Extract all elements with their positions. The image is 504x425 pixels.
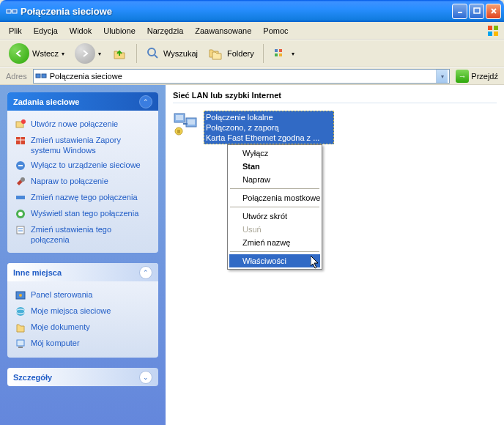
- address-icon: [35, 70, 47, 82]
- connection-icon: [173, 111, 199, 137]
- back-button[interactable]: Wstecz ▾: [4, 40, 69, 67]
- ctx-separator: [230, 188, 319, 189]
- forward-icon: [75, 43, 95, 64]
- task-disable-device[interactable]: Wyłącz to urządzenie sieciowe: [15, 158, 151, 174]
- connection-status: Połączono, z zaporą: [206, 122, 323, 133]
- folders-button[interactable]: Foldery: [204, 43, 259, 64]
- place-my-computer[interactable]: Mój komputer: [15, 336, 151, 352]
- close-button[interactable]: [486, 4, 501, 19]
- svg-rect-25: [18, 165, 23, 166]
- svg-rect-16: [279, 53, 282, 56]
- svg-rect-38: [17, 340, 24, 346]
- collapse-icon[interactable]: ⌃: [139, 266, 152, 279]
- svg-rect-0: [7, 10, 11, 13]
- details-panel-title: Szczegóły: [13, 373, 139, 382]
- ctx-rename[interactable]: Zmień nazwę: [229, 236, 320, 249]
- ctx-status[interactable]: Stan: [229, 160, 320, 173]
- ctx-bridge[interactable]: Połączenia mostkowe: [229, 191, 320, 204]
- place-network-places[interactable]: Moje miejsca sieciowe: [15, 303, 151, 319]
- connection-item[interactable]: Połączenie lokalne Połączono, z zaporą K…: [173, 111, 334, 144]
- address-value: Połączenia sieciowe: [50, 72, 434, 81]
- address-dropdown[interactable]: ▾: [436, 70, 448, 83]
- ctx-shortcut[interactable]: Utwórz skrót: [229, 210, 320, 223]
- svg-rect-18: [42, 74, 46, 78]
- ctx-properties[interactable]: Właściwości: [229, 254, 320, 267]
- sidebar: Zadania sieciowe ⌃ Utwórz nowe połączeni…: [0, 85, 166, 425]
- window-title: Połączenia sieciowe: [21, 6, 452, 17]
- folders-label: Foldery: [227, 49, 254, 58]
- documents-icon: [15, 322, 26, 333]
- connection-name: Połączenie lokalne: [206, 112, 323, 122]
- ctx-separator: [230, 251, 319, 252]
- task-repair[interactable]: Napraw to połączenie: [15, 174, 151, 190]
- svg-rect-46: [177, 130, 180, 133]
- ctx-separator: [230, 207, 319, 207]
- svg-point-35: [19, 294, 22, 297]
- expand-icon[interactable]: ⌄: [139, 371, 152, 384]
- go-label: Przejdź: [471, 72, 498, 81]
- status-icon: [15, 208, 26, 220]
- menu-file[interactable]: Plik: [3, 24, 28, 37]
- title-bar: Połączenia sieciowe: [0, 0, 504, 22]
- task-rename[interactable]: Zmień nazwę tego połączenia: [15, 190, 151, 206]
- folder-up-icon: [111, 45, 127, 62]
- svg-rect-43: [188, 119, 195, 125]
- places-panel-header[interactable]: Inne miejsca ⌃: [7, 263, 158, 281]
- svg-rect-28: [21, 196, 25, 199]
- go-button[interactable]: → Przejdź: [453, 68, 501, 84]
- place-control-panel[interactable]: Panel sterowania: [15, 287, 151, 303]
- svg-rect-14: [279, 49, 282, 52]
- svg-point-36: [16, 307, 25, 316]
- repair-icon: [15, 176, 26, 188]
- menu-tools[interactable]: Narzędzia: [141, 24, 190, 37]
- task-create-connection[interactable]: Utwórz nowe połączenie: [15, 117, 151, 133]
- minimize-button[interactable]: [452, 4, 467, 19]
- task-change-settings[interactable]: Zmień ustawienia tego połączenia: [15, 222, 151, 247]
- svg-rect-41: [176, 115, 183, 120]
- views-dropdown-icon: ▾: [292, 51, 294, 57]
- menu-help[interactable]: Pomoc: [257, 24, 294, 37]
- up-button[interactable]: [107, 42, 132, 64]
- search-label: Wyszukaj: [163, 49, 198, 58]
- menu-edit[interactable]: Edycja: [28, 24, 64, 37]
- ctx-disable[interactable]: Wyłącz: [229, 147, 320, 160]
- place-my-documents[interactable]: Moje dokumenty: [15, 319, 151, 336]
- svg-point-20: [21, 119, 26, 124]
- svg-rect-39: [18, 347, 23, 348]
- ctx-delete: Usuń: [229, 223, 320, 236]
- tasks-panel: Zadania sieciowe ⌃ Utwórz nowe połączeni…: [7, 92, 158, 253]
- context-menu: Wyłącz Stan Napraw Połączenia mostkowe U…: [227, 144, 322, 270]
- tasks-panel-title: Zadania sieciowe: [13, 97, 139, 106]
- ctx-repair[interactable]: Napraw: [229, 173, 320, 186]
- search-button[interactable]: Wyszukaj: [141, 43, 202, 64]
- task-firewall-settings[interactable]: Zmień ustawienia Zapory systemu Windows: [15, 133, 151, 158]
- computer-icon: [15, 338, 26, 350]
- svg-rect-13: [275, 49, 278, 52]
- tasks-panel-header[interactable]: Zadania sieciowe ⌃: [7, 92, 158, 111]
- menu-advanced[interactable]: Zaawansowane: [189, 24, 257, 37]
- details-panel-header[interactable]: Szczegóły ⌄: [7, 368, 158, 386]
- forward-button[interactable]: ▾: [70, 40, 105, 67]
- svg-rect-31: [17, 226, 24, 234]
- views-button[interactable]: ▾: [268, 43, 299, 64]
- menu-bar: Plik Edycja Widok Ulubione Narzędzia Zaa…: [0, 22, 504, 40]
- menu-view[interactable]: Widok: [64, 24, 98, 37]
- wizard-icon: [15, 119, 26, 130]
- forward-dropdown-icon: ▾: [98, 51, 101, 57]
- places-panel: Inne miejsca ⌃ Panel sterowania Moje mie…: [7, 263, 158, 358]
- svg-rect-10: [494, 32, 498, 36]
- back-label: Wstecz: [32, 49, 59, 58]
- maximize-button[interactable]: [469, 4, 484, 19]
- windows-flag-icon: [486, 24, 500, 37]
- svg-line-12: [155, 55, 158, 58]
- svg-rect-9: [488, 32, 492, 36]
- task-view-status[interactable]: Wyświetl stan tego połączenia: [15, 206, 151, 222]
- address-field[interactable]: Połączenia sieciowe ▾: [33, 69, 451, 84]
- svg-point-30: [18, 212, 23, 216]
- collapse-icon[interactable]: ⌃: [139, 95, 152, 108]
- toolbar-separator: [263, 44, 264, 63]
- search-icon: [146, 46, 160, 61]
- places-panel-title: Inne miejsca: [13, 268, 139, 277]
- menu-favorites[interactable]: Ulubione: [97, 24, 141, 37]
- section-header: Sieć LAN lub szybki Internet: [173, 89, 497, 103]
